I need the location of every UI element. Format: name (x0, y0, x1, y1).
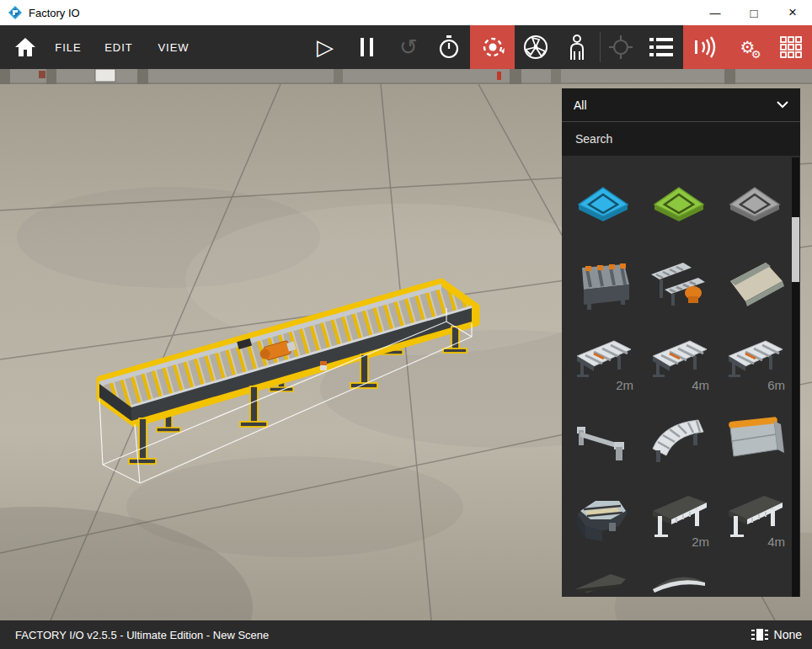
app-version-text: FACTORY I/O v2.5.5 - Ultimate Edition - … (15, 629, 269, 641)
chevron-down-icon (777, 101, 788, 109)
driver-value: None (774, 628, 802, 641)
warehouse-door (95, 69, 115, 82)
search-placeholder: Search (575, 132, 612, 146)
driver-chip-icon (751, 628, 768, 641)
fly-camera-icon (523, 35, 548, 60)
stopwatch-icon (438, 35, 460, 59)
close-button[interactable]: × (773, 0, 812, 25)
menu-file[interactable]: FILE (49, 25, 88, 69)
main-toolbar: FILE EDIT VIEW ▷ ↺ (0, 25, 812, 69)
reset-button[interactable]: ↺ (393, 25, 425, 69)
app-window: Factory IO — □ × FILE EDIT VIEW ▷ ↺ (0, 0, 812, 649)
minimize-button[interactable]: — (696, 0, 735, 25)
titlebar: Factory IO — □ × (0, 0, 812, 25)
part-roller-transfer-motor[interactable] (641, 244, 717, 322)
play-icon: ▷ (317, 36, 334, 58)
part-conveyor-support[interactable] (565, 401, 641, 479)
part-curved-belt-partial[interactable] (641, 557, 717, 597)
part-curved-roller-conveyor[interactable] (641, 401, 717, 479)
toolbar-red-group: ⚙⚙ (683, 25, 812, 69)
parts-palette-icon (780, 36, 802, 58)
statusbar: FACTORY I/O v2.5.5 - Ultimate Edition - … (0, 620, 812, 649)
warehouse-wall (0, 69, 812, 86)
home-button[interactable] (10, 25, 40, 69)
pause-button[interactable] (350, 25, 382, 69)
part-belt-conveyor-4m[interactable]: 4m (717, 479, 793, 557)
part-chute[interactable] (717, 244, 793, 322)
first-person-camera-button[interactable] (557, 25, 597, 69)
part-length-label: 6m (767, 378, 785, 392)
panel-scrollbar[interactable] (792, 157, 799, 597)
drivers-gear-icon: ⚙⚙ (740, 37, 756, 57)
orbit-camera-button[interactable] (470, 25, 515, 69)
part-turntable[interactable] (565, 479, 641, 557)
part-side-guard[interactable] (717, 401, 793, 479)
fly-camera-button[interactable] (516, 25, 555, 69)
tag-list-button[interactable] (642, 25, 681, 69)
menu-view[interactable]: VIEW (154, 25, 193, 69)
part-length-label: 4m (767, 535, 785, 549)
category-value: All (574, 98, 587, 112)
window-title: Factory IO (29, 7, 80, 19)
drivers-button[interactable]: ⚙⚙ (726, 25, 769, 69)
toolbar-divider (600, 32, 601, 62)
wall-sign (39, 71, 45, 78)
scene-viewport[interactable]: All Search (0, 69, 812, 620)
part-stackable-lid-green[interactable] (641, 166, 717, 244)
focus-target-button[interactable] (602, 25, 639, 69)
maximize-button[interactable]: □ (735, 0, 773, 25)
reset-icon: ↺ (399, 36, 418, 58)
part-roller-conveyor-2m[interactable]: 2m (565, 322, 641, 401)
fire-extinguisher (497, 72, 501, 80)
home-icon (15, 38, 35, 56)
driver-indicator[interactable]: None (751, 628, 802, 641)
part-length-label: 2m (692, 535, 709, 549)
part-belt-conveyor-2m[interactable]: 2m (641, 479, 717, 557)
factory-io-logo-icon (8, 6, 22, 19)
menu-edit[interactable]: EDIT (99, 25, 138, 69)
pause-icon (361, 38, 364, 56)
parts-panel: All Search (562, 88, 800, 598)
orbit-camera-icon (480, 35, 505, 60)
part-stackable-lid-gray[interactable] (717, 166, 793, 244)
play-button[interactable]: ▷ (308, 25, 342, 69)
parts-palette-button[interactable] (769, 25, 812, 69)
part-length-label: 4m (692, 378, 709, 392)
first-person-camera-icon (568, 35, 586, 60)
category-dropdown[interactable]: All (562, 88, 800, 122)
part-length-label: 2m (616, 378, 633, 392)
part-roller-conveyor-6m[interactable]: 6m (717, 322, 793, 401)
parts-grid: 2m 4m (562, 156, 800, 597)
part-roller-conveyor-4m[interactable]: 4m (641, 322, 717, 401)
time-scale-button[interactable] (433, 25, 465, 69)
tag-list-icon (649, 37, 673, 57)
part-flat-partial[interactable] (565, 557, 641, 597)
target-icon (609, 35, 633, 59)
part-chain-transfer[interactable] (565, 244, 641, 322)
panel-scrollbar-thumb[interactable] (792, 217, 799, 282)
sensor-wave-icon (692, 35, 718, 59)
search-input[interactable]: Search (562, 122, 800, 156)
sensor-tags-button[interactable] (683, 25, 726, 69)
conveyor-warning-sticker (320, 361, 327, 370)
part-stackable-lid-blue[interactable] (565, 166, 641, 244)
